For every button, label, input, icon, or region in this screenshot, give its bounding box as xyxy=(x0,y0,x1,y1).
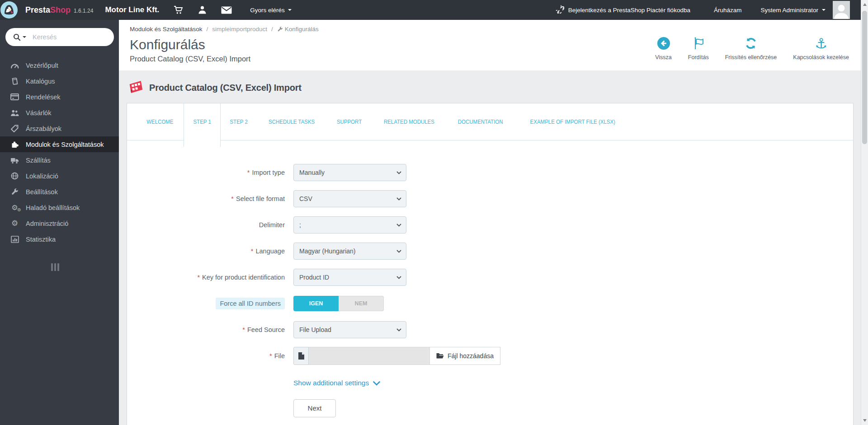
form-row-file-format: *Select file format CSV xyxy=(127,190,853,208)
step1-form: *Import type Manually *Select file forma… xyxy=(127,147,853,425)
translate-button[interactable]: Fordítás xyxy=(688,36,709,61)
chevron-down-icon xyxy=(396,197,401,201)
sidebar-item-advanced-parameters[interactable]: ⚙⚙ Haladó beállítások xyxy=(0,200,119,215)
file-input-group: Fájl hozzáadása xyxy=(293,347,500,365)
gear-icon: ⚙ xyxy=(9,220,20,227)
check-update-button[interactable]: Frissítés ellenőrzése xyxy=(725,36,777,61)
sidebar-item-stats[interactable]: Statisztika xyxy=(0,231,119,247)
tab-documentation[interactable]: DOCUMENTATION xyxy=(446,103,514,147)
scroll-up-arrow-icon[interactable] xyxy=(863,3,867,6)
breadcrumb-current: Konfigurálás xyxy=(277,26,319,33)
my-shop-link[interactable]: Áruházam xyxy=(714,7,742,14)
document-icon xyxy=(293,347,309,365)
prestashop-logo-icon[interactable] xyxy=(0,0,20,20)
quick-access-menu[interactable]: Gyors elérés xyxy=(250,7,292,14)
tab-example-import-file[interactable]: EXAMPLE OF IMPORT FILE (XLSX) xyxy=(515,103,631,147)
delimiter-label: Delimiter xyxy=(127,221,293,229)
scroll-down-arrow-icon[interactable] xyxy=(863,419,867,422)
sidebar-item-customers[interactable]: Vásárlók xyxy=(0,105,119,121)
product-key-select[interactable]: Product ID xyxy=(293,269,406,286)
search-input[interactable] xyxy=(33,33,117,41)
back-label: Vissza xyxy=(655,54,672,61)
show-additional-settings-link[interactable]: Show additional settings xyxy=(293,379,380,387)
back-button[interactable]: Vissza xyxy=(655,36,672,61)
sidebar-item-orders[interactable]: Rendelések xyxy=(0,89,119,105)
sidebar-search xyxy=(5,28,114,46)
force-ids-no-button[interactable]: NEM xyxy=(339,296,384,311)
page-title: Konfigurálás xyxy=(130,37,250,53)
chevron-down-icon xyxy=(822,9,826,11)
module-title: Product Catalog (CSV, Excel) Import xyxy=(149,83,302,93)
language-label: *Language xyxy=(127,248,293,255)
force-ids-label[interactable]: Force all ID numbers xyxy=(216,298,285,309)
breadcrumb-current-label: Konfigurálás xyxy=(285,26,319,33)
flag-icon xyxy=(692,36,705,51)
chevron-down-icon xyxy=(396,250,401,253)
sidebar-item-localization[interactable]: Lokalizáció xyxy=(0,168,119,184)
add-file-label: Fájl hozzáadása xyxy=(448,352,494,360)
globe-icon xyxy=(9,172,20,180)
user-name: System Administrator xyxy=(760,7,818,14)
marketplace-login-label: Bejelentkezés a PrestaShop Piactér fióko… xyxy=(568,7,690,14)
manage-hooks-button[interactable]: ⚓ Kapcsolások kezelése xyxy=(793,36,849,61)
search-icon[interactable] xyxy=(13,33,21,41)
version-label: 1.6.1.24 xyxy=(74,8,93,14)
language-select[interactable]: Magyar (Hungarian) xyxy=(293,243,406,260)
scrollbar-thumb[interactable] xyxy=(862,11,867,144)
wrench-icon xyxy=(277,26,283,32)
sidebar: Vezérlőpult Katalógus Rendelések xyxy=(0,20,119,425)
import-type-value: Manually xyxy=(299,169,325,176)
tab-support[interactable]: SUPPORT xyxy=(327,103,372,147)
search-type-caret-icon[interactable] xyxy=(23,36,26,38)
users-icon xyxy=(9,109,20,117)
mail-icon[interactable] xyxy=(221,6,232,14)
feed-source-select[interactable]: File Upload xyxy=(293,321,406,338)
cart-icon[interactable] xyxy=(174,5,184,15)
tab-welcome[interactable]: WELCOME xyxy=(137,103,184,147)
tab-step-1[interactable]: STEP 1 xyxy=(184,103,221,147)
chevron-down-icon xyxy=(396,276,401,279)
brand: PrestaShop 1.6.1.24 xyxy=(25,5,93,15)
sidebar-item-label: Haladó beállítások xyxy=(26,204,80,211)
tab-step-2[interactable]: STEP 2 xyxy=(221,103,257,147)
manage-hooks-label: Kapcsolások kezelése xyxy=(793,54,849,61)
sidebar-item-catalog[interactable]: Katalógus xyxy=(0,73,119,89)
avatar[interactable] xyxy=(833,1,850,19)
force-ids-toggle: IGEN NEM xyxy=(293,296,384,311)
file-path-input[interactable] xyxy=(309,347,430,365)
delimiter-select[interactable]: ; xyxy=(293,216,406,234)
shop-name-link[interactable]: Motor Line Kft. xyxy=(105,5,159,14)
sidebar-item-price-rules[interactable]: Árszabályok xyxy=(0,121,119,136)
puzzle-icon xyxy=(9,140,20,148)
sidebar-item-preferences[interactable]: Beállítások xyxy=(0,184,119,200)
user-menu[interactable]: System Administrator xyxy=(760,7,826,14)
marketplace-login-link[interactable]: Bejelentkezés a PrestaShop Piactér fióko… xyxy=(556,5,690,15)
tab-schedule-tasks[interactable]: SCHEDULE TASKS xyxy=(257,103,326,147)
gauge-icon xyxy=(9,61,20,69)
sidebar-item-shipping[interactable]: Szállítás xyxy=(0,152,119,168)
add-file-button[interactable]: Fájl hozzáadása xyxy=(430,347,500,365)
import-type-select[interactable]: Manually xyxy=(293,164,406,181)
form-row-file: *File xyxy=(127,347,853,365)
sidebar-collapse-handle[interactable] xyxy=(51,263,119,271)
top-bar: PrestaShop 1.6.1.24 Motor Line Kft. Gyor… xyxy=(0,0,868,20)
book-icon xyxy=(9,77,20,85)
sidebar-item-administration[interactable]: ⚙ Adminisztráció xyxy=(0,215,119,231)
topbar-right: Bejelentkezés a PrestaShop Piactér fióko… xyxy=(556,1,850,19)
sidebar-item-label: Modulok és Szolgáltatások xyxy=(26,141,104,148)
sidebar-item-dashboard[interactable]: Vezérlőpult xyxy=(0,57,119,73)
tab-related-modules[interactable]: RELATED MODULES xyxy=(372,103,447,147)
employee-icon[interactable] xyxy=(198,5,207,14)
broken-link-icon xyxy=(556,5,564,15)
force-ids-yes-button[interactable]: IGEN xyxy=(293,296,339,311)
breadcrumb-separator: / xyxy=(271,26,273,33)
chevron-down-icon xyxy=(288,9,292,11)
sidebar-item-label: Vezérlőpult xyxy=(26,62,58,69)
sidebar-item-modules[interactable]: Modulok és Szolgáltatások xyxy=(0,136,119,152)
sidebar-item-label: Statisztika xyxy=(26,236,56,243)
next-button[interactable]: Next xyxy=(293,399,336,417)
file-format-select[interactable]: CSV xyxy=(293,190,406,207)
file-format-value: CSV xyxy=(299,195,312,202)
breadcrumb-module-name[interactable]: simpleimportproduct xyxy=(212,26,267,33)
breadcrumb-modules-link[interactable]: Modulok és Szolgáltatások xyxy=(130,26,203,33)
